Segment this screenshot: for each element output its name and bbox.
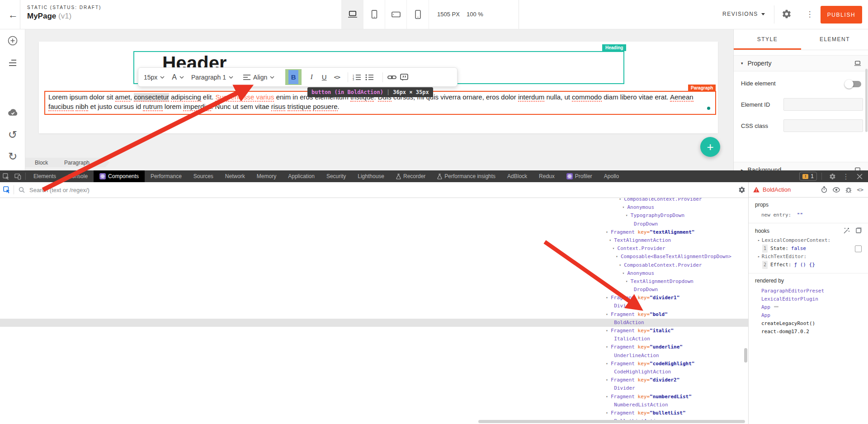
devtools-tab-console[interactable]: Console bbox=[62, 170, 94, 182]
redo-icon[interactable]: ↻ bbox=[7, 151, 19, 162]
numbered-list-button[interactable]: 123 bbox=[353, 74, 365, 80]
prop-row[interactable]: new entry: "" bbox=[755, 211, 862, 219]
inspect-element-icon[interactable] bbox=[0, 170, 12, 182]
hook-checkbox[interactable] bbox=[855, 245, 862, 252]
device-tablet-button[interactable] bbox=[363, 0, 385, 29]
tree-row-typographydropdown[interactable]: ▾TypographyDropDown bbox=[0, 212, 748, 220]
tree-row-underlineaction[interactable]: UnderlineAction bbox=[0, 352, 748, 360]
copy-box-icon[interactable] bbox=[855, 227, 862, 234]
text-color-dropdown[interactable]: A bbox=[172, 73, 184, 81]
tree-row-composablecontext.provider[interactable]: ▾ComposableContext.Provider bbox=[0, 261, 748, 269]
view-source-icon[interactable]: <> bbox=[857, 187, 863, 193]
rendered-by-item[interactable]: LexicalEditorPlugin bbox=[755, 295, 862, 303]
devtools-tab-security[interactable]: Security bbox=[321, 170, 352, 182]
publish-button[interactable]: PUBLISH bbox=[821, 6, 862, 24]
device-toolbar-icon[interactable] bbox=[12, 170, 24, 182]
css-class-input[interactable] bbox=[783, 119, 863, 132]
hook-effect-row[interactable]: 2 Effect: ƒ () {} bbox=[755, 261, 862, 269]
kebab-menu-icon[interactable]: ⋮ bbox=[806, 9, 814, 20]
code-button[interactable]: <> bbox=[330, 74, 343, 80]
hook-context-row[interactable]: ▸LexicalComposerContext: bbox=[755, 236, 862, 245]
gear-icon[interactable] bbox=[782, 9, 792, 19]
hide-element-toggle[interactable] bbox=[846, 81, 861, 87]
devtools-tab-components[interactable]: Components bbox=[94, 170, 145, 182]
link-button[interactable] bbox=[387, 75, 400, 80]
devtools-tab-memory[interactable]: Memory bbox=[251, 170, 282, 182]
devtools-tab-network[interactable]: Network bbox=[219, 170, 251, 182]
devtools-settings-gear-icon[interactable] bbox=[826, 170, 838, 182]
issues-badge[interactable]: ! 1 bbox=[799, 172, 817, 181]
tree-horizontal-scrollbar[interactable] bbox=[478, 420, 745, 423]
rendered-by-item[interactable]: ParagraphEditorPreset bbox=[755, 287, 862, 295]
devtools-tab-redux[interactable]: Redux bbox=[533, 170, 561, 182]
tree-row-italicaction[interactable]: ItalicAction bbox=[0, 335, 748, 343]
bullet-list-button[interactable] bbox=[365, 74, 378, 80]
components-search-input[interactable] bbox=[28, 186, 302, 194]
devtools-tab-sources[interactable]: Sources bbox=[188, 170, 219, 182]
italic-button[interactable]: I bbox=[305, 73, 318, 81]
devtools-tab-adblock[interactable]: AdBlock bbox=[501, 170, 533, 182]
tree-row-fragment[interactable]: ▾Fragment key="underline" bbox=[0, 343, 748, 351]
underline-button[interactable]: U bbox=[318, 73, 330, 81]
tree-row-dropdown[interactable]: DropDown bbox=[0, 286, 748, 294]
devtools-tab-application[interactable]: Application bbox=[282, 170, 321, 182]
element-id-input[interactable] bbox=[783, 98, 863, 111]
rendered-by-item[interactable]: App bbox=[755, 311, 862, 320]
devtools-tab-recorder[interactable]: Recorder bbox=[390, 170, 431, 182]
devtools-tab-lighthouse[interactable]: Lighthouse bbox=[352, 170, 390, 182]
devtools-kebab-icon[interactable]: ⋮ bbox=[843, 170, 849, 182]
devtools-tab-elements[interactable]: Elements bbox=[28, 170, 62, 182]
tree-row-textalignmentaction[interactable]: ▾TextAlignmentAction bbox=[0, 236, 748, 245]
tab-element[interactable]: ELEMENT bbox=[801, 29, 868, 50]
tree-row-fragment[interactable]: ▾Fragment key="textAlignment" bbox=[0, 228, 748, 236]
device-desktop-button[interactable] bbox=[341, 0, 363, 29]
components-settings-gear-icon[interactable] bbox=[735, 182, 748, 198]
tree-row-composable<basetextalignmentdropdown>[interactable]: ▾Composable<BaseTextAlignmentDropDown> bbox=[0, 253, 748, 261]
add-block-icon[interactable] bbox=[7, 35, 19, 47]
tree-row-fragment[interactable]: ▾Fragment key="italic" bbox=[0, 327, 748, 335]
tree-row-context.provider[interactable]: ▾Context.Provider bbox=[0, 245, 748, 253]
tree-vertical-scrollbar[interactable] bbox=[744, 348, 747, 363]
quote-button[interactable] bbox=[400, 74, 413, 81]
hook-state-row[interactable]: 1 State: false bbox=[755, 245, 862, 253]
tree-row-dropdown[interactable]: DropDown bbox=[0, 220, 748, 228]
device-phone-landscape-button[interactable] bbox=[385, 0, 407, 29]
align-dropdown[interactable]: Align bbox=[243, 74, 274, 81]
tree-row-anonymous[interactable]: ▾Anonymous bbox=[0, 203, 748, 212]
tree-row-fragment[interactable]: ▾Fragment key="numberedList" bbox=[0, 393, 748, 401]
devtools-tab-performance[interactable]: Performance bbox=[145, 170, 188, 182]
menu-icon[interactable] bbox=[7, 57, 19, 69]
revisions-dropdown[interactable]: REVISIONS bbox=[722, 11, 765, 17]
sidebar-scrollbar[interactable] bbox=[865, 69, 868, 132]
tree-row-fragment[interactable]: ▾Fragment key="divider1" bbox=[0, 294, 748, 302]
magic-wand-icon[interactable] bbox=[843, 227, 850, 234]
hook-context-row[interactable]: ▸RichTextEditor: bbox=[755, 253, 862, 261]
devtools-tab-profiler[interactable]: Profiler bbox=[561, 170, 598, 182]
devtools-close-icon[interactable] bbox=[854, 170, 865, 182]
devtools-tab-apollo[interactable]: Apollo bbox=[598, 170, 625, 182]
font-size-dropdown[interactable]: 15px bbox=[144, 74, 165, 81]
undo-icon[interactable]: ↺ bbox=[7, 129, 19, 141]
rendered-by-item[interactable]: App bbox=[755, 303, 862, 311]
tab-style[interactable]: STYLE bbox=[734, 29, 801, 50]
tree-row-fragment[interactable]: ▾Fragment key="codeHighlight" bbox=[0, 360, 748, 368]
breadcrumb-paragraph[interactable]: Paragraph bbox=[53, 158, 109, 167]
add-element-fab[interactable]: + bbox=[700, 137, 720, 157]
bold-button[interactable]: B bbox=[285, 69, 302, 85]
tree-row-divider[interactable]: Divider bbox=[0, 384, 748, 392]
react-inspect-element-icon[interactable] bbox=[0, 182, 14, 198]
paragraph-style-dropdown[interactable]: Paragraph 1 bbox=[191, 74, 233, 81]
tree-row-numberedlistaction[interactable]: NumberedListAction bbox=[0, 401, 748, 409]
device-phone-portrait-button[interactable] bbox=[406, 0, 429, 29]
tree-row-composablecontext.provider[interactable]: ▾ComposableContext.Provider bbox=[0, 198, 748, 203]
back-arrow-icon[interactable]: ← bbox=[6, 8, 20, 22]
tree-row-fragment[interactable]: ▾Fragment key="bold" bbox=[0, 311, 748, 319]
tree-row-textalignmentdropdown[interactable]: ▾TextAlignmentDropdown bbox=[0, 278, 748, 286]
property-section-header[interactable]: ▾ Property bbox=[734, 55, 868, 71]
stopwatch-icon[interactable] bbox=[821, 186, 827, 193]
bug-icon[interactable] bbox=[845, 186, 852, 193]
tree-row-fragment[interactable]: ▾Fragment key="bulletList" bbox=[0, 409, 748, 417]
eye-icon[interactable] bbox=[833, 187, 840, 193]
tree-row-fragment[interactable]: ▾Fragment key="divider2" bbox=[0, 376, 748, 384]
background-section-header[interactable]: ▸ Background bbox=[734, 162, 868, 170]
